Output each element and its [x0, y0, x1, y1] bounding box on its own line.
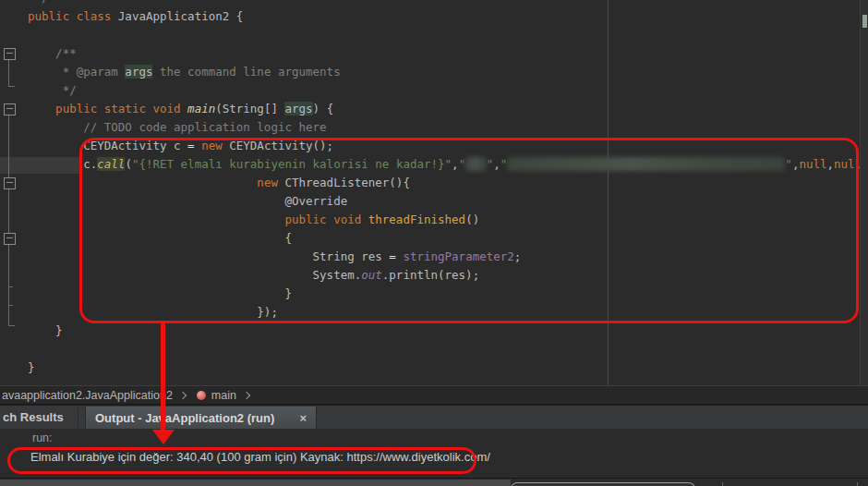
- fold-line-end: [8, 325, 15, 326]
- code-line: c.call("{!RET elmalı kurabiyenin kaloris…: [28, 155, 868, 174]
- code-line: new CThreadListener(){: [28, 174, 868, 192]
- breadcrumb-class-label: avaapplication2.JavaApplication2: [2, 389, 173, 402]
- fold-collapse-icon[interactable]: [4, 233, 16, 245]
- status-strip-divider: [857, 482, 858, 486]
- breadcrumb-item-method[interactable]: main: [193, 386, 238, 404]
- code-line: });: [28, 303, 868, 322]
- code-line: }: [28, 322, 868, 340]
- tab-search-results[interactable]: ch Results: [3, 406, 64, 429]
- code-line: String res = stringParameter2;: [28, 248, 868, 266]
- fold-line-end: [8, 305, 13, 306]
- code-line: }: [28, 285, 868, 303]
- chevron-right-icon: [179, 391, 187, 398]
- run-label: run:: [32, 431, 53, 444]
- code-line: }: [28, 358, 868, 377]
- status-widget-partial: [511, 482, 695, 486]
- close-icon[interactable]: ×: [299, 411, 307, 425]
- code-line: {: [28, 229, 868, 248]
- fold-line-end: [8, 286, 13, 287]
- tab-label: ch Results: [3, 410, 64, 424]
- code-line: * @param args the command line arguments: [28, 63, 868, 81]
- fold-collapse-icon[interactable]: [4, 103, 16, 115]
- code-line: System.out.println(res);: [28, 266, 868, 285]
- output-tabbar: ch Results Output - JavaApplication2 (ru…: [0, 405, 868, 429]
- code-line: /**: [28, 44, 868, 63]
- tab-output-run[interactable]: Output - JavaApplication2 (run) ×: [85, 407, 317, 429]
- code-line: public static void main(String[] args) {: [28, 100, 868, 118]
- error-stripe-marker[interactable]: [862, 15, 867, 28]
- fold-line-end: [8, 86, 15, 87]
- code-line: @Override: [28, 192, 868, 211]
- status-strip: [0, 478, 868, 486]
- chevron-right-icon: [243, 391, 250, 398]
- code-line: CEYDActivity c = new CEYDActivity();: [28, 137, 868, 155]
- fold-line: [8, 58, 9, 86]
- breadcrumb: avaapplication2.JavaApplication2 main: [0, 385, 868, 405]
- tab-separator: [78, 407, 78, 428]
- tab-label: Output - JavaApplication2 (run): [95, 411, 274, 425]
- status-strip-divider: [722, 482, 723, 486]
- error-stripe[interactable]: [860, 0, 868, 385]
- code-line: public class JavaApplication2 {: [28, 7, 868, 26]
- code-line: */: [28, 0, 868, 7]
- ide-window: */public class JavaApplication2 { /** * …: [0, 0, 868, 486]
- code-line: [28, 26, 868, 44]
- fold-collapse-icon[interactable]: [4, 177, 16, 189]
- method-icon: [197, 391, 206, 400]
- status-strip-segment: [0, 480, 511, 486]
- code-line: public void threadFinished(): [28, 211, 868, 229]
- fold-line: [8, 114, 9, 325]
- code-text: */public class JavaApplication2 { /** * …: [28, 0, 868, 377]
- output-console[interactable]: run: Elmalı Kurabiye için değer: 340,40 …: [0, 429, 868, 478]
- code-editor[interactable]: */public class JavaApplication2 { /** * …: [0, 0, 868, 385]
- breadcrumb-item-class[interactable]: avaapplication2.JavaApplication2: [0, 386, 175, 404]
- code-line: // TODO code application logic here: [28, 118, 868, 137]
- output-result-text: Elmalı Kurabiye için değer: 340,40 (100 …: [30, 450, 490, 464]
- code-line: [28, 340, 868, 358]
- breadcrumb-method-label: main: [211, 389, 236, 402]
- fold-collapse-icon[interactable]: [4, 48, 16, 60]
- code-line: */: [28, 81, 868, 100]
